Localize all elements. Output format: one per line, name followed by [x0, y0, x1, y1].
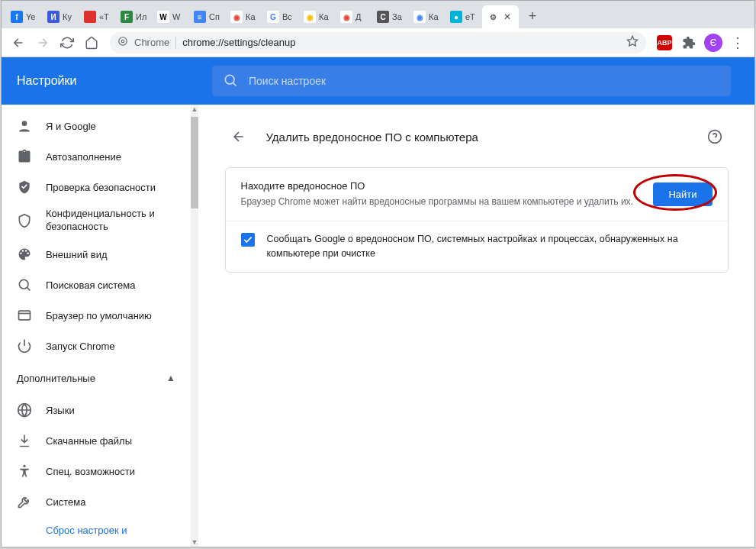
accessibility-icon: [17, 463, 32, 479]
sidebar-item-0[interactable]: Я и Google: [2, 111, 191, 141]
sidebar-adv-item-3[interactable]: Система: [2, 486, 191, 517]
wrench-icon: [17, 494, 32, 509]
url-scheme-label: Chrome: [134, 37, 169, 48]
address-bar[interactable]: Chrome chrome://settings/cleanup: [110, 32, 646, 53]
sidebar-item-label: Конфиденциальность и безопасность: [46, 208, 175, 234]
tab-label: «Т: [99, 12, 109, 21]
close-tab-icon[interactable]: ✕: [503, 11, 511, 22]
find-malware-heading: Находите вредоносное ПО: [241, 180, 642, 192]
url-text: chrome://settings/cleanup: [182, 37, 295, 48]
tab-label: Ка: [319, 12, 329, 21]
find-malware-description: Браузер Chrome может найти вредоносные п…: [241, 195, 642, 208]
browser-menu-button[interactable]: ⋮: [727, 32, 748, 53]
browser-tab[interactable]: WW: [153, 5, 189, 28]
browser-tab[interactable]: CЗа: [372, 5, 409, 28]
report-checkbox[interactable]: [241, 233, 255, 247]
abp-extension-icon[interactable]: ABP: [654, 32, 675, 53]
browser-tab[interactable]: GВс: [262, 5, 299, 28]
lock-icon: [117, 36, 128, 49]
svg-marker-2: [627, 36, 637, 46]
scroll-down-arrow-icon[interactable]: ▼: [191, 538, 198, 547]
tab-favicon-icon: И: [47, 11, 60, 23]
sidebar-item-3[interactable]: Конфиденциальность и безопасность: [2, 202, 191, 239]
sidebar-item-label: Автозаполнение: [46, 151, 121, 163]
browser-tab[interactable]: ◉Д: [336, 5, 372, 28]
settings-search[interactable]: [212, 66, 731, 96]
sidebar-item-label: Языки: [46, 405, 75, 416]
tab-label: За: [392, 12, 402, 21]
tab-favicon-icon: ◉: [304, 11, 316, 23]
browser-tab[interactable]: fYe: [6, 5, 43, 28]
nav-reload-button[interactable]: [56, 32, 78, 53]
browser-tab-active[interactable]: ⚙ ✕: [482, 5, 519, 28]
palette-icon: [17, 247, 32, 262]
find-button[interactable]: Найти: [653, 182, 712, 206]
browser-tab[interactable]: FИл: [116, 5, 153, 28]
sidebar-item-1[interactable]: Автозаполнение: [2, 141, 191, 172]
nav-back-button[interactable]: [8, 32, 29, 53]
tab-favicon-icon: F: [121, 11, 133, 23]
sidebar-adv-item-1[interactable]: Скачанные файлы: [2, 425, 191, 456]
help-button[interactable]: [701, 123, 729, 150]
sidebar-adv-item-2[interactable]: Спец. возможности: [2, 456, 191, 486]
svg-point-1: [119, 37, 127, 46]
tab-label: W: [172, 12, 180, 21]
sidebar-item-label: Скачанные файлы: [46, 435, 132, 447]
tab-label: Вс: [282, 12, 292, 21]
chevron-up-icon: ▲: [166, 373, 175, 383]
sidebar-reset-link[interactable]: Сброс настроек и: [2, 517, 191, 544]
divider: [175, 37, 176, 49]
tab-label: Сп: [209, 12, 220, 21]
search-icon: [17, 277, 32, 292]
browser-toolbar: Chrome chrome://settings/cleanup ABP Є ⋮: [2, 28, 754, 57]
browser-tab[interactable]: ИКу: [43, 5, 79, 28]
browser-tab[interactable]: ≡Сп: [189, 5, 226, 28]
scroll-thumb[interactable]: [191, 117, 198, 208]
new-tab-button[interactable]: +: [522, 5, 543, 27]
browser-tab[interactable]: ●eT: [446, 5, 482, 28]
sidebar-item-label: Система: [46, 496, 85, 508]
settings-search-input[interactable]: [249, 75, 720, 87]
browser-tab[interactable]: ◉Ка: [409, 5, 446, 28]
tab-favicon-icon: ◉: [413, 11, 426, 23]
tab-favicon-icon: G: [267, 11, 279, 23]
tab-favicon-icon: W: [157, 11, 169, 23]
tab-label: Ил: [136, 12, 146, 21]
browser-tabstrip: fYeИКу«ТFИлWW≡Сп◉КаGВс◉Ка◉ДCЗа◉Ка●eT ⚙ ✕…: [2, 1, 754, 28]
sidebar-item-label: Я и Google: [46, 121, 96, 132]
tab-favicon-icon: [84, 11, 96, 23]
extensions-icon[interactable]: [678, 32, 700, 53]
settings-sidebar: Я и GoogleАвтозаполнениеПроверка безопас…: [2, 105, 191, 547]
tab-favicon-icon: ●: [450, 11, 462, 23]
shield-icon: [17, 213, 32, 228]
tab-label: Ye: [26, 12, 35, 21]
sidebar-item-label: Внешний вид: [46, 249, 108, 260]
browser-icon: [17, 308, 32, 323]
sidebar-item-6[interactable]: Браузер по умолчанию: [2, 300, 191, 331]
browser-tab[interactable]: ◉Ка: [226, 5, 262, 28]
tab-label: Д: [355, 12, 361, 21]
sidebar-item-5[interactable]: Поисковая система: [2, 270, 191, 300]
clipboard-icon: [17, 149, 32, 164]
svg-point-3: [225, 75, 234, 84]
svg-point-9: [23, 465, 25, 467]
browser-tab[interactable]: ◉Ка: [299, 5, 336, 28]
bookmark-star-icon[interactable]: [626, 35, 639, 50]
sidebar-item-4[interactable]: Внешний вид: [2, 239, 191, 270]
sidebar-advanced-toggle[interactable]: Дополнительные▲: [2, 361, 191, 395]
browser-tab[interactable]: «Т: [79, 5, 116, 28]
sidebar-item-7[interactable]: Запуск Chrome: [2, 331, 191, 361]
nav-forward-button[interactable]: [32, 32, 53, 53]
profile-avatar[interactable]: Є: [703, 32, 724, 53]
back-button[interactable]: [225, 123, 253, 150]
gear-icon: ⚙: [487, 11, 499, 23]
sidebar-scrollbar[interactable]: ▲ ▼: [191, 105, 198, 547]
search-icon: [223, 73, 238, 90]
svg-point-5: [19, 279, 28, 289]
sidebar-adv-item-0[interactable]: Языки: [2, 395, 191, 425]
nav-home-button[interactable]: [81, 32, 102, 53]
scroll-up-arrow-icon[interactable]: ▲: [191, 105, 198, 114]
sidebar-item-label: Запуск Chrome: [46, 341, 115, 352]
sidebar-item-2[interactable]: Проверка безопасности: [2, 172, 191, 202]
report-description: Сообщать Google о вредоносном ПО, систем…: [267, 232, 713, 261]
